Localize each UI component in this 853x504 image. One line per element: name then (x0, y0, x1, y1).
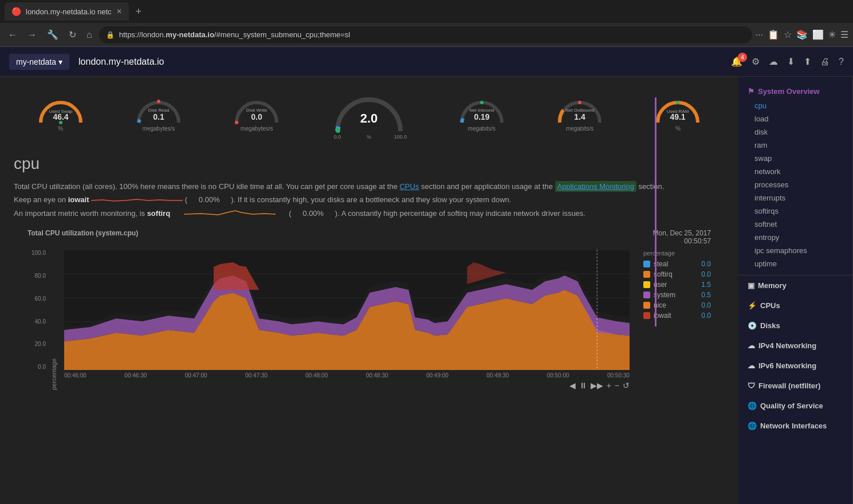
synced-tabs-icon[interactable]: ⬜ (812, 29, 824, 40)
navigation-bar: ← → 🔧 ↻ ⌂ 🔒 https://london.my-netdata.io… (0, 23, 853, 47)
sidebar-icon-firewall: 🛡 (748, 381, 755, 390)
chart-zoom-in-button[interactable]: + (607, 381, 611, 390)
x-axis-labels: 00:46:00 00:46:30 00:47:00 00:47:30 00:4… (64, 372, 630, 379)
cloud-download-icon[interactable]: ☁ (769, 56, 778, 67)
cpu-chart-svg (64, 250, 630, 370)
notification-badge: 4 (738, 53, 747, 62)
forward-button[interactable]: → (24, 27, 40, 42)
sidebar-item-load[interactable]: load (738, 112, 852, 125)
softirq-desc-prefix: An important metric worth monitoring, is (14, 209, 147, 218)
chart-legend: percentage steal 0.0 softirq 0.0 (636, 250, 711, 390)
sidebar-firewall-label: Firewall (netfilter) (758, 381, 820, 390)
sidebar-divider-1 (738, 275, 852, 275)
chart-zoom-out-button[interactable]: − (615, 381, 619, 390)
svg-point-17 (578, 101, 581, 104)
y-axis-labels: 100.0 80.0 60.0 40.0 20.0 0.0 (27, 250, 48, 370)
sidebar-network-iface-title[interactable]: 🌐 Network Interfaces (738, 418, 852, 434)
firefox-icon[interactable]: ✳ (828, 29, 836, 40)
upload-icon[interactable]: ⬆ (804, 56, 811, 67)
home-button[interactable]: ⌂ (83, 27, 96, 42)
back-button[interactable]: ← (5, 27, 21, 42)
sidebar-memory-title[interactable]: ▣ Memory (738, 278, 852, 293)
bookmark-icon[interactable]: ☆ (784, 29, 792, 40)
sidebar-network-iface-label: Network Interfaces (760, 422, 827, 430)
tab-close-button[interactable]: ✕ (116, 7, 122, 15)
legend-item-steal: steal 0.0 (643, 260, 711, 268)
reload-button[interactable]: ↻ (65, 27, 80, 42)
sidebar-item-entropy[interactable]: entropy (738, 231, 852, 244)
reading-list-icon[interactable]: 📋 (768, 29, 779, 40)
tools-button[interactable]: 🔧 (44, 27, 62, 42)
chart-play-button[interactable]: ▶▶ (591, 381, 603, 390)
brand-dropdown[interactable]: my-netdata ▾ (9, 54, 69, 70)
iowait-desc-prefix: Keep an eye on (14, 195, 68, 204)
sidebar-section-ipv4: ☁ IPv4 Networking (738, 338, 852, 353)
new-tab-button[interactable]: + (131, 3, 147, 20)
chart-pause-button[interactable]: ⏸ (579, 381, 587, 390)
menu-icon[interactable]: ☰ (840, 29, 848, 40)
library-icon[interactable]: 📚 (796, 29, 808, 40)
cpu-section-title: cpu (14, 155, 725, 173)
gauge-disk-write: Disk Write 0.0 megabytes/s (231, 91, 282, 132)
sidebar-item-ram[interactable]: ram (738, 139, 852, 152)
sidebar-item-softnet[interactable]: softnet (738, 218, 852, 231)
sidebar-item-uptime[interactable]: uptime (738, 257, 852, 270)
gauge-net-outbound-unit: megabits/s (566, 125, 593, 132)
chart-canvas-area: 00:46:00 00:46:30 00:47:00 00:47:30 00:4… (64, 250, 630, 390)
chart-prev-button[interactable]: ◀ (569, 381, 576, 390)
sidebar: ⚑ System Overview cpu load disk ram swap… (738, 77, 853, 504)
cpus-link[interactable]: CPUs (399, 182, 419, 191)
svg-text:0.0: 0.0 (251, 112, 262, 121)
active-tab[interactable]: 🔴 london.my-netdata.io netc ✕ (5, 2, 129, 21)
sidebar-item-softirqs[interactable]: softirqs (738, 204, 852, 218)
app-monitoring-link[interactable]: Applications Monitoring (555, 181, 636, 192)
download-icon[interactable]: ⬇ (787, 56, 795, 67)
sidebar-cpus-title[interactable]: ⚡ CPUs (738, 298, 852, 313)
sidebar-ipv6-title[interactable]: ☁ IPv6 Networking (738, 358, 852, 373)
svg-text:2.0: 2.0 (360, 111, 378, 125)
sidebar-item-swap[interactable]: swap (738, 152, 852, 165)
tab-favicon: 🔴 (11, 7, 21, 16)
url-display: https://london.my-netdata.io/#menu_syste… (119, 30, 745, 39)
sidebar-section-firewall: 🛡 Firewall (netfilter) (738, 378, 852, 393)
header-icons: 🔔 4 ⚙ ☁ ⬇ ⬆ 🖨 ? (731, 56, 844, 67)
chart-reset-button[interactable]: ↺ (623, 381, 630, 390)
main-layout: Used Swap 46.4 % Disk Read 0.1 megabytes… (0, 77, 853, 504)
sidebar-icon-cpus: ⚡ (748, 301, 757, 310)
tab-bar: 🔴 london.my-netdata.io netc ✕ + (0, 0, 853, 23)
gauge-used-swap: Used Swap 46.4 % (35, 91, 87, 132)
sidebar-ipv4-label: IPv4 Networking (758, 341, 816, 350)
sidebar-ipv4-title[interactable]: ☁ IPv4 Networking (738, 338, 852, 353)
notifications-icon[interactable]: 🔔 4 (731, 56, 742, 67)
sidebar-icon-system: ⚑ (748, 87, 754, 96)
print-icon[interactable]: 🖨 (820, 57, 830, 67)
cpu-desc-text2: section and per application usage at the (421, 182, 553, 191)
help-icon[interactable]: ? (839, 57, 844, 67)
settings-icon[interactable]: ⚙ (752, 56, 760, 67)
more-options-icon[interactable]: ··· (756, 30, 763, 40)
gauge-disk-read: Disk Read 0.1 megabytes/s (133, 91, 184, 132)
sidebar-qos-title[interactable]: 🌐 Quality of Service (738, 398, 852, 414)
legend-color-softirq (643, 271, 650, 278)
sidebar-system-overview-title[interactable]: ⚑ System Overview (738, 84, 852, 99)
sidebar-item-ipc-semaphores[interactable]: ipc semaphores (738, 244, 852, 257)
sidebar-icon-ipv6: ☁ (748, 361, 755, 370)
cpu-description: Total CPU utilization (all cores). 100% … (14, 180, 725, 220)
softirq-label: softirq (147, 209, 170, 218)
sidebar-item-interrupts[interactable]: interrupts (738, 191, 852, 204)
svg-point-20 (676, 101, 679, 104)
url-bar[interactable]: 🔒 https://london.my-netdata.io/#menu_sys… (99, 26, 752, 44)
iowait-desc-text: ). If it is constantly high, your disks … (231, 195, 511, 204)
gauge-used-ram: Used RAM 49.1 % (652, 91, 703, 132)
sidebar-item-processes[interactable]: processes (738, 178, 852, 191)
sidebar-item-disk[interactable]: disk (738, 125, 852, 139)
cpu-desc-text1: Total CPU utilization (all cores). 100% … (14, 182, 398, 191)
chart-header: Total CPU utilization (system.cpu) Mon, … (27, 229, 711, 245)
softirq-value: 0.00% (302, 209, 324, 218)
sidebar-item-network[interactable]: network (738, 165, 852, 178)
legend-color-iowait (643, 312, 650, 319)
sidebar-item-cpu[interactable]: cpu (738, 99, 852, 112)
sidebar-firewall-title[interactable]: 🛡 Firewall (netfilter) (738, 378, 852, 393)
iowait-sparkline (91, 195, 183, 206)
sidebar-disks-title[interactable]: 💿 Disks (738, 318, 852, 333)
